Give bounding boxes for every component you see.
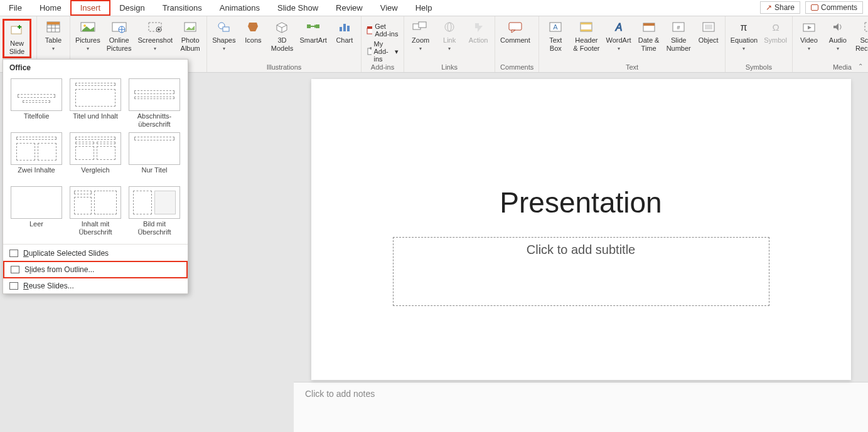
zoom-button[interactable]: Zoom▾ [409,19,432,51]
duplicate-icon [9,250,18,257]
tab-review[interactable]: Review [327,0,372,16]
tab-transitions[interactable]: Transitions [154,0,211,16]
video-button[interactable]: Video▾ [798,19,820,51]
datetime-button[interactable]: Date & Time [638,19,660,52]
svg-rect-28 [343,24,346,31]
comments-button[interactable]: Comments [805,1,863,14]
action-button[interactable]: Action [467,19,490,45]
online-pictures-icon [111,19,127,35]
layout-nur-titel[interactable] [129,132,180,165]
online-pictures-button[interactable]: Online Pictures [107,19,132,52]
equation-button[interactable]: πEquation▾ [731,19,758,51]
svg-text:A: A [554,23,559,31]
svg-point-17 [158,28,160,31]
slide-title-placeholder[interactable]: Presentation [311,186,851,219]
notes-pane[interactable]: Click to add notes [294,382,868,432]
comment-icon [811,4,818,11]
share-button[interactable]: ↗Share [760,1,800,14]
textbox-icon: A [547,19,564,35]
collapse-ribbon-button[interactable]: ⌃ [858,63,863,70]
icons-button[interactable]: Icons [242,19,264,45]
svg-rect-29 [347,26,350,31]
screenshot-button[interactable]: Screenshot▾ [138,19,173,51]
audio-button[interactable]: Audio▾ [827,19,849,51]
svg-text:A: A [614,22,622,33]
my-addins-button[interactable]: My Add-ins▾ [367,40,399,63]
new-slide-icon [9,22,25,38]
svg-rect-27 [340,27,342,31]
comment-button[interactable]: Comment [500,19,530,45]
datetime-icon [641,19,657,35]
tab-home[interactable]: Home [31,0,70,16]
headerfooter-button[interactable]: Header & Footer [573,19,599,52]
symbol-button[interactable]: ΩSymbol [764,19,787,45]
photo-album-button[interactable]: Photo Album [179,19,201,52]
addin-icon [367,47,372,56]
symbol-icon: Ω [768,19,784,35]
tab-animations[interactable]: Animations [211,0,269,16]
svg-rect-31 [367,26,372,29]
svg-marker-21 [248,23,258,31]
new-slide-button[interactable]: New Slide [6,22,28,55]
object-button[interactable]: Object [697,19,720,45]
wordart-button[interactable]: AWordArt▾ [606,19,631,51]
svg-rect-8 [47,22,60,24]
layout-vergleich[interactable] [70,132,121,165]
slides-from-outline-item[interactable]: Slides from Outline... [3,261,188,278]
chevron-down-icon: ▾ [419,46,422,51]
layout-zwei-inhalte[interactable] [11,132,62,165]
tab-slideshow[interactable]: Slide Show [269,0,327,16]
layout-titelfolie[interactable] [11,78,62,111]
zoom-icon [412,19,429,35]
chevron-down-icon: ▾ [395,48,399,56]
slide-canvas[interactable]: Presentation Click to add subtitle [311,79,851,380]
reuse-slides-item[interactable]: Reuse Slides... [3,278,188,293]
svg-rect-30 [367,28,372,34]
action-icon [470,19,486,35]
layout-abschnitt[interactable] [129,78,180,111]
new-slide-dropdown: Office Titelfolie Titel und Inhalt Absch… [3,59,188,294]
video-icon [801,19,817,35]
layout-bild-ueberschrift[interactable] [129,186,180,219]
svg-rect-48 [643,23,655,26]
table-button[interactable]: Table▾ [42,19,65,51]
svg-rect-35 [419,22,426,28]
tab-insert[interactable]: Insert [70,0,111,16]
icons-icon [245,19,261,35]
get-addins-button[interactable]: Get Add-ins [367,23,399,38]
slide-subtitle-placeholder[interactable]: Click to add subtitle [393,237,769,306]
tab-design[interactable]: Design [110,0,153,16]
comment-icon [507,19,523,35]
slide-canvas-area: Presentation Click to add subtitle [294,73,868,382]
cube-icon [274,19,290,35]
slidenumber-button[interactable]: #Slide Number [667,19,691,52]
smartart-button[interactable]: SmartArt [299,19,326,45]
equation-icon: π [736,19,752,35]
pictures-button[interactable]: Pictures▾ [75,19,100,51]
layout-leer[interactable] [11,186,62,219]
reuse-icon [9,282,18,290]
svg-rect-24 [307,24,311,28]
layout-inhalt-ueberschrift[interactable] [70,186,121,219]
svg-marker-40 [512,30,515,33]
link-button[interactable]: Link▾ [438,19,461,51]
svg-text:#: # [677,24,680,31]
layout-titel-inhalt[interactable] [70,78,121,111]
textbox-button[interactable]: AText Box [544,19,567,52]
photo-album-icon [182,19,198,35]
tab-file[interactable]: File [0,0,31,16]
svg-rect-44 [581,23,592,24]
svg-point-36 [445,23,454,31]
tab-view[interactable]: View [372,0,407,16]
shapes-button[interactable]: Shapes▾ [212,19,235,51]
chevron-down-icon: ▾ [618,46,620,51]
svg-text:Ω: Ω [772,22,779,33]
duplicate-slides-item[interactable]: Duplicate Selected Slides [3,246,188,261]
chevron-down-icon: ▾ [742,46,745,51]
screenrecording-button[interactable]: Screen Recording [855,19,868,52]
chart-button[interactable]: Chart [333,19,356,45]
3dmodels-button[interactable]: 3D Models [271,19,293,52]
chevron-down-icon: ▾ [223,46,225,51]
table-icon [45,19,62,35]
tab-help[interactable]: Help [407,0,441,16]
